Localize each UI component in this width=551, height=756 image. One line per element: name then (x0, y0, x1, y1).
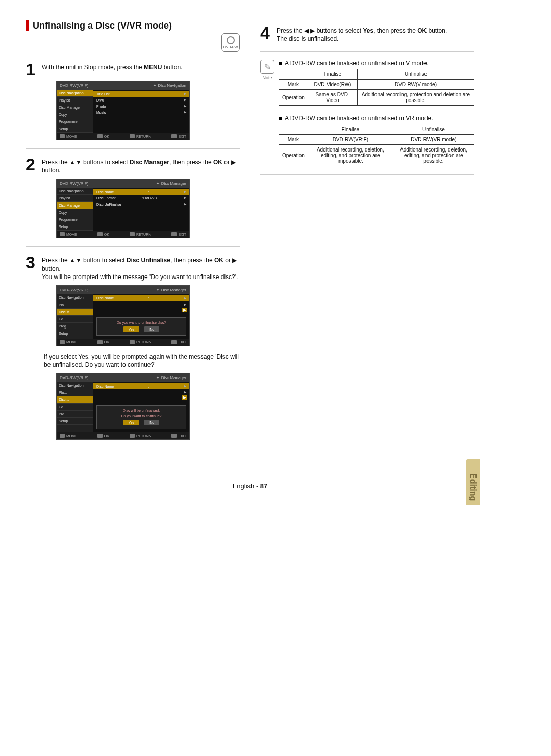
osd-row: ▶ (93, 389, 189, 395)
chevron-right-icon: ▶ (184, 296, 186, 300)
step-text: If you select Yes, you will be prompted … (44, 352, 240, 369)
yes-button: Yes (123, 326, 139, 332)
step-number: 2 (26, 157, 38, 174)
osd-row: Disc Name:▶ (93, 383, 189, 389)
step-4: 4 Press the ◀ ▶ buttons to select Yes, t… (260, 26, 474, 43)
chevron-right-icon: ▶ (184, 390, 186, 394)
osd-breadcrumb: ✦ Disc Manager (156, 181, 186, 186)
chevron-right-icon: ▶ (184, 384, 186, 388)
table-row-header: Operation (279, 145, 308, 166)
osd-row: Disc Name:▶ (93, 295, 189, 301)
bullet-item: A DVD-RW can be finalised or unfinalised… (279, 115, 474, 122)
sidebar-item: Setup (57, 125, 93, 133)
sidebar-item: Setup (57, 330, 93, 337)
sidebar-item: Playlist (57, 97, 93, 104)
osd-sidebar: Disc Navigation Playlist Disc Manager Co… (57, 188, 93, 231)
sidebar-item: Disc Navigation (57, 90, 93, 97)
osd-breadcrumb: ✦ Disc Manager (156, 288, 186, 292)
osd-sidebar: Disc Navigation Pla… Disc M… Co… Prog… S… (57, 294, 93, 339)
table-cell: Additional recording, deletion, editing,… (308, 145, 393, 166)
chevron-right-icon: ▶ (184, 303, 186, 307)
sidebar-item: Pro… (57, 411, 93, 418)
dialog-text: Do you want to unfinalise disc? (99, 321, 184, 324)
chevron-right-icon: ▶ (184, 196, 186, 200)
sidebar-item: Programme (57, 118, 93, 125)
section-title: Unfinalising a Disc (V/VR mode) (26, 20, 240, 31)
chevron-right-icon: ▶ (182, 308, 187, 312)
dialog-text: Disc will be unfinalised. (99, 409, 184, 412)
sidebar-item: Disc Navigation (57, 188, 93, 195)
osd-sidebar: Disc Navigation Playlist Disc Manager Co… (57, 90, 93, 133)
vmode-table: FinaliseUnfinalise Mark DVD-Video(RW) DV… (279, 69, 474, 106)
step-number: 3 (26, 255, 38, 281)
note-icon: ✎ (260, 60, 274, 74)
sidebar-item: Setup (57, 418, 93, 425)
step-number: 1 (26, 62, 38, 77)
sidebar-item: Disc Navigation (57, 294, 93, 301)
osd-footer: MOVE OK RETURN EXIT (57, 432, 189, 439)
no-button: No (144, 326, 159, 332)
chevron-right-icon: ▶ (184, 98, 186, 102)
table-row-header: Mark (279, 80, 308, 90)
osd-screenshot-3: DVD-RW(VR:F) ✦ Disc Manager Disc Navigat… (56, 285, 190, 346)
osd-breadcrumb: ✦ Disc Navigation (153, 83, 186, 88)
osd-sidebar: Disc Navigation Pla… Disc… Co… Pro… Setu… (57, 382, 93, 432)
disc-icon (227, 36, 235, 44)
osd-row: ▶ (93, 301, 189, 308)
note-label: Note (260, 75, 274, 80)
sidebar-item: Disc Manager (57, 202, 93, 209)
sidebar-item: Disc Manager (57, 104, 93, 111)
sidebar-item: Pla… (57, 389, 93, 396)
osd-footer: MOVE OK RETURN EXIT (57, 231, 189, 238)
table-row-header: Mark (279, 135, 308, 145)
chapter-tab: Editing (466, 459, 480, 505)
yes-button: Yes (123, 420, 139, 425)
step-1: 1 With the unit in Stop mode, press the … (26, 62, 240, 77)
bullet-item: A DVD-RW can be finalised or unfinalised… (279, 60, 474, 67)
table-cell: Additional recording, protection and del… (358, 90, 474, 106)
osd-header: DVD-RW(VR:F) (60, 83, 88, 88)
divider (260, 51, 474, 52)
osd-footer: MOVE OK RETURN EXIT (57, 133, 189, 140)
vrmode-table: FinaliseUnfinalise Mark DVD-RW(VR:F) DVD… (279, 124, 474, 166)
page-footer: English - 87 (26, 482, 474, 490)
osd-screenshot-2: DVD-RW(VR:F) ✦ Disc Manager Disc Navigat… (56, 179, 190, 238)
osd-footer: MOVE OK RETURN EXIT (57, 339, 189, 346)
step-text: Press the ◀ ▶ buttons to select Yes, the… (277, 26, 447, 43)
table-row-header: Operation (279, 90, 308, 106)
osd-header: DVD-RW(VR:F) (60, 288, 88, 292)
osd-row: Disc Name:▶ (93, 189, 189, 195)
chevron-right-icon: ▶ (182, 395, 187, 400)
chevron-right-icon: ▶ (184, 92, 186, 96)
table-cell: DVD-RW(VR:F) (308, 135, 393, 145)
osd-row: Title List▶ (93, 91, 189, 97)
divider (26, 246, 240, 247)
sidebar-item: Co… (57, 316, 93, 323)
chevron-right-icon: ▶ (184, 110, 186, 114)
sidebar-item: Playlist (57, 195, 93, 202)
sidebar-item: Prog… (57, 323, 93, 330)
sidebar-item: Disc M… (57, 309, 93, 316)
osd-screenshot-1: DVD-RW(VR:F) ✦ Disc Navigation Disc Navi… (56, 81, 190, 140)
note-block: ✎ Note A DVD-RW can be finalised or unfi… (260, 60, 474, 166)
table-cell: Same as DVD-Video (308, 90, 357, 106)
osd-header: DVD-RW(VR:F) (60, 181, 88, 186)
dialog-text: Do you want to continue? (99, 414, 184, 418)
sidebar-item: Pla… (57, 301, 93, 309)
step-text: With the unit in Stop mode, press the ME… (42, 62, 182, 77)
osd-breadcrumb: ✦ Disc Manager (156, 375, 186, 380)
osd-row: DivX▶ (93, 97, 189, 103)
osd-row: Disc Format:DVD-VR▶ (93, 195, 189, 201)
osd-row: Music▶ (93, 109, 189, 115)
osd-screenshot-4: DVD-RW(VR:F) ✦ Disc Manager Disc Navigat… (56, 373, 190, 440)
osd-row: Photo▶ (93, 103, 189, 109)
table-cell: DVD-RW(V mode) (358, 80, 474, 90)
divider (26, 55, 240, 55)
table-cell: DVD-Video(RW) (308, 80, 357, 90)
confirm-dialog: Disc will be unfinalised. Do you want to… (96, 405, 186, 429)
step-2: 2 Press the ▲▼ buttons to select Disc Ma… (26, 157, 240, 174)
osd-row: Disc UnFinalise▶ (93, 201, 189, 207)
osd-header: DVD-RW(VR:F) (60, 375, 88, 380)
sidebar-item: Copy (57, 209, 93, 216)
step-text: Press the ▲▼ button to select Disc Unfin… (42, 255, 240, 281)
